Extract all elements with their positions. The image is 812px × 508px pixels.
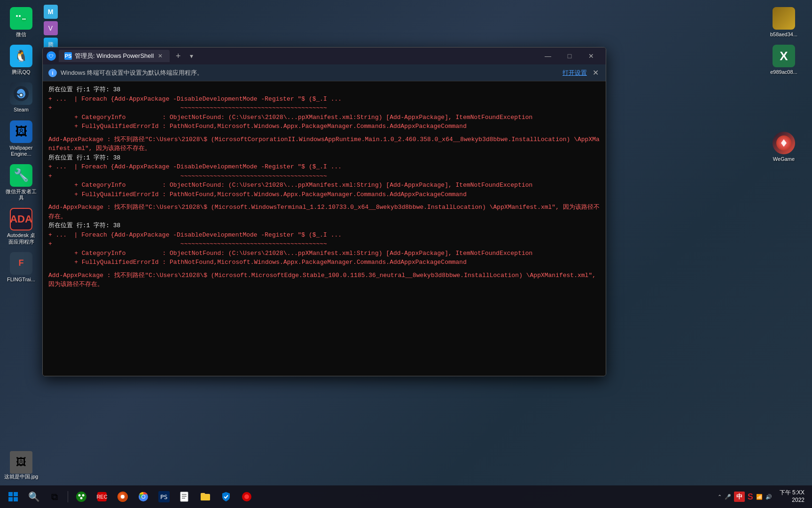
desktop-icon-wegame[interactable]: WeGame: [765, 129, 803, 165]
svg-point-15: [82, 494, 85, 497]
app2-taskbar-icon[interactable]: REC: [93, 487, 111, 506]
svg-text:PS: PS: [160, 493, 168, 500]
tab-dropdown-button[interactable]: ▾: [185, 49, 198, 63]
desktop: 微信 🐧 腾讯QQ Steam 🖼 Wallpaper Engine... 🔧 …: [0, 0, 812, 508]
jpg-file-label: 这就是中国.jpg: [4, 474, 39, 480]
svg-rect-11: [8, 497, 13, 501]
terminal-line: + ~~~~~~~~~~~~~~~~~~~~~~~~~~~~~~~~~~~~~~…: [48, 103, 600, 113]
svg-point-3: [21, 17, 27, 22]
terminal-line: [48, 131, 600, 135]
chrome-taskbar-icon[interactable]: [134, 487, 153, 506]
maximize-button[interactable]: □: [559, 48, 580, 64]
powershell-window: 🛡 PS 管理员: Windows PowerShell ✕ + ▾ — □ ✕…: [42, 47, 606, 376]
svg-rect-12: [14, 497, 18, 501]
info-text: Windows 终端可在设置中设置为默认终端应用程序。: [61, 69, 559, 77]
tray-soagou: S: [748, 492, 753, 502]
ada-icon: ADA: [10, 208, 32, 230]
system-tray: ⌃ 🎤 中 S 📶 🔊: [718, 492, 772, 502]
avatar-label: b58aed34...: [770, 32, 797, 38]
xbox-taskbar-icon[interactable]: [72, 487, 91, 506]
terminal-line: 所在位置 行:1 字符: 38: [48, 85, 600, 95]
svg-point-21: [121, 495, 125, 499]
svg-rect-27: [180, 492, 188, 501]
info-bar-close-button[interactable]: ✕: [591, 68, 600, 78]
terminal-line: + FullyQualifiedErrorId : PathNotFound,M…: [48, 190, 600, 199]
steam-icon: [10, 82, 32, 105]
terminal-line: Add-AppxPackage : 找不到路径"C:\Users\21028\$…: [48, 271, 600, 289]
terminal-line: Add-AppxPackage : 找不到路径"C:\Users\21028\$…: [48, 135, 600, 153]
terminal-line: + CategoryInfo : ObjectNotFound: (C:\Use…: [48, 113, 600, 122]
title-bar: 🛡 PS 管理员: Windows PowerShell ✕ + ▾ — □ ✕: [43, 48, 606, 64]
excel-icon: X: [773, 45, 795, 67]
ime-indicator[interactable]: 中: [734, 492, 745, 502]
wegame-label: WeGame: [773, 156, 795, 162]
taskbar-left: 🔍 ⧉ REC PS: [4, 487, 256, 506]
tray-wifi[interactable]: 📶: [756, 494, 763, 500]
desktop-file-jpg[interactable]: 🖼 这就是中国.jpg: [2, 451, 40, 480]
browser-taskbar-icon[interactable]: [113, 487, 132, 506]
svg-point-14: [78, 494, 81, 497]
terminal-content[interactable]: 所在位置 行:1 字符: 38+ ... | Foreach {Add-Appx…: [43, 81, 606, 376]
svg-point-13: [76, 492, 86, 502]
notepad-taskbar-icon[interactable]: [175, 487, 194, 506]
fling-label: FLINGTrai...: [7, 277, 35, 283]
terminal-line: [48, 267, 600, 271]
desktop-icon-wechat[interactable]: 微信: [2, 5, 40, 40]
terminal-line: + CategoryInfo : ObjectNotFound: (C:\Use…: [48, 181, 600, 190]
desktop-icon-excel[interactable]: X e989ac08...: [765, 42, 803, 78]
taskbar-clock[interactable]: 下午 5:XX 2022: [776, 489, 808, 504]
terminal-line: 所在位置 行:1 字符: 38: [48, 153, 600, 163]
taskbar-separator-1: [68, 491, 68, 502]
svg-point-24: [142, 495, 145, 498]
desktop-icons-left: 微信 🐧 腾讯QQ Steam 🖼 Wallpaper Engine... 🔧 …: [0, 0, 42, 290]
terminal-line: + ... | Foreach {Add-AppxPackage -Disabl…: [48, 95, 600, 104]
minimize-button[interactable]: —: [537, 48, 559, 64]
desktop-icon-weixin-dev[interactable]: 🔧 微信开发者工具: [2, 162, 40, 203]
tab-area: 🛡 PS 管理员: Windows PowerShell ✕ + ▾: [47, 49, 537, 63]
taskview-button[interactable]: ⧉: [45, 487, 64, 506]
shield-taskbar-icon[interactable]: [217, 487, 235, 506]
window-controls: — □ ✕: [537, 48, 602, 64]
wechat-icon: [10, 7, 32, 30]
terminal-line: + ~~~~~~~~~~~~~~~~~~~~~~~~~~~~~~~~~~~~~~…: [48, 239, 600, 249]
powershell-taskbar-icon[interactable]: PS: [155, 487, 173, 506]
tab-close-button[interactable]: ✕: [156, 52, 164, 60]
taskbar: 🔍 ⧉ REC PS: [0, 485, 812, 508]
info-bar: i Windows 终端可在设置中设置为默认终端应用程序。 打开设置 ✕: [43, 64, 606, 81]
svg-point-1: [16, 15, 18, 17]
terminal-line: 所在位置 行:1 字符: 38: [48, 221, 600, 230]
terminal-line: + FullyQualifiedErrorId : PathNotFound,M…: [48, 122, 600, 131]
tray-arrow[interactable]: ⌃: [718, 494, 722, 500]
desktop-icon-steam[interactable]: Steam: [2, 80, 40, 115]
vr-small-icon[interactable]: V: [44, 21, 58, 35]
desktop-icon-avatar[interactable]: b58aed34...: [765, 5, 803, 40]
terminal-line: [48, 199, 600, 203]
ps-tab-title: 管理员: Windows PowerShell: [75, 52, 154, 60]
svg-point-32: [244, 494, 249, 499]
tray-volume[interactable]: 🔊: [765, 494, 772, 500]
wegame-icon: [773, 132, 795, 154]
desktop-icon-qq[interactable]: 🐧 腾讯QQ: [2, 42, 40, 78]
desktop-icon-wallpaper[interactable]: 🖼 Wallpaper Engine...: [2, 118, 40, 159]
explorer-taskbar-icon[interactable]: [196, 487, 215, 506]
info-link[interactable]: 打开设置: [562, 69, 587, 77]
ada-label: Autodesk 桌面应用程序: [5, 232, 38, 245]
search-taskbar-button[interactable]: 🔍: [24, 487, 43, 506]
svg-point-2: [19, 15, 21, 17]
jpg-file-icon: 🖼: [10, 451, 32, 474]
maya-small-icon[interactable]: M: [44, 5, 58, 19]
svg-point-7: [20, 94, 23, 96]
fling-icon: F: [10, 252, 32, 275]
desktop-icon-fling[interactable]: F FLINGTrai...: [2, 250, 40, 285]
close-button[interactable]: ✕: [580, 48, 602, 64]
desktop-icon-ada[interactable]: ADA Autodesk 桌面应用程序: [2, 206, 40, 247]
svg-rect-9: [8, 492, 13, 496]
powershell-tab[interactable]: PS 管理员: Windows PowerShell ✕: [59, 50, 170, 62]
start-button[interactable]: [4, 487, 23, 506]
record-taskbar-icon[interactable]: [237, 487, 256, 506]
terminal-line: + ... | Foreach {Add-AppxPackage -Disabl…: [48, 230, 600, 240]
ps-tab-icon: PS: [64, 52, 72, 60]
new-tab-button[interactable]: +: [172, 49, 185, 63]
clock-time: 下午 5:XX: [780, 489, 804, 497]
wallpaper-icon: 🖼: [10, 120, 32, 143]
